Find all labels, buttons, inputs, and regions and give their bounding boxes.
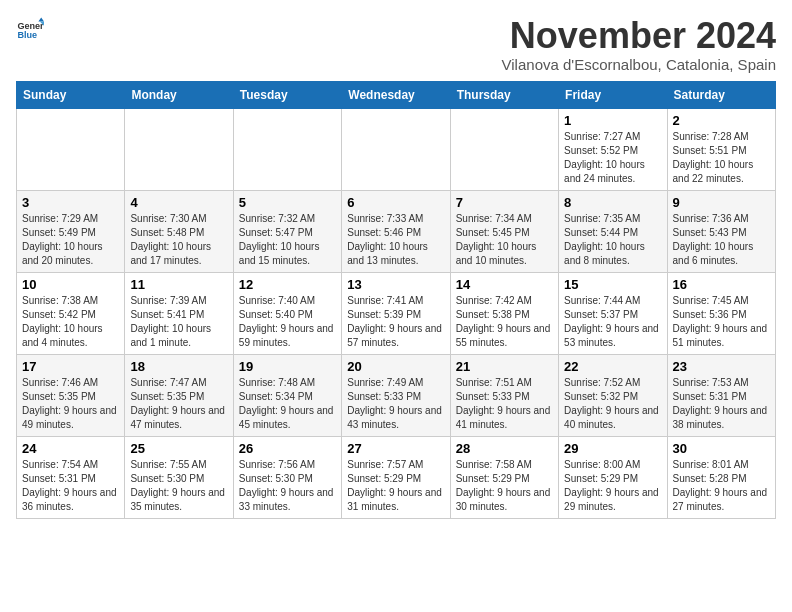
- calendar-cell: 16Sunrise: 7:45 AMSunset: 5:36 PMDayligh…: [667, 272, 775, 354]
- day-number: 28: [456, 441, 553, 456]
- day-number: 7: [456, 195, 553, 210]
- day-number: 11: [130, 277, 227, 292]
- calendar-cell: 21Sunrise: 7:51 AMSunset: 5:33 PMDayligh…: [450, 354, 558, 436]
- svg-marker-2: [38, 17, 44, 21]
- calendar-cell: 26Sunrise: 7:56 AMSunset: 5:30 PMDayligh…: [233, 436, 341, 518]
- day-number: 8: [564, 195, 661, 210]
- day-number: 15: [564, 277, 661, 292]
- calendar-cell: [233, 108, 341, 190]
- calendar-cell: 15Sunrise: 7:44 AMSunset: 5:37 PMDayligh…: [559, 272, 667, 354]
- day-number: 14: [456, 277, 553, 292]
- header-day-sunday: Sunday: [17, 81, 125, 108]
- day-number: 27: [347, 441, 444, 456]
- day-info: Sunrise: 7:45 AMSunset: 5:36 PMDaylight:…: [673, 294, 770, 350]
- day-number: 3: [22, 195, 119, 210]
- day-info: Sunrise: 7:29 AMSunset: 5:49 PMDaylight:…: [22, 212, 119, 268]
- calendar-cell: 7Sunrise: 7:34 AMSunset: 5:45 PMDaylight…: [450, 190, 558, 272]
- title-area: November 2024 Vilanova d'Escornalbou, Ca…: [502, 16, 776, 73]
- month-title: November 2024: [502, 16, 776, 56]
- day-number: 21: [456, 359, 553, 374]
- day-number: 30: [673, 441, 770, 456]
- calendar-week-0: 1Sunrise: 7:27 AMSunset: 5:52 PMDaylight…: [17, 108, 776, 190]
- calendar-cell: 3Sunrise: 7:29 AMSunset: 5:49 PMDaylight…: [17, 190, 125, 272]
- calendar-cell: 28Sunrise: 7:58 AMSunset: 5:29 PMDayligh…: [450, 436, 558, 518]
- calendar-cell: 17Sunrise: 7:46 AMSunset: 5:35 PMDayligh…: [17, 354, 125, 436]
- calendar-cell: 12Sunrise: 7:40 AMSunset: 5:40 PMDayligh…: [233, 272, 341, 354]
- svg-text:General: General: [17, 21, 44, 31]
- day-info: Sunrise: 7:52 AMSunset: 5:32 PMDaylight:…: [564, 376, 661, 432]
- day-info: Sunrise: 7:57 AMSunset: 5:29 PMDaylight:…: [347, 458, 444, 514]
- calendar-cell: 20Sunrise: 7:49 AMSunset: 5:33 PMDayligh…: [342, 354, 450, 436]
- day-number: 29: [564, 441, 661, 456]
- calendar-cell: 11Sunrise: 7:39 AMSunset: 5:41 PMDayligh…: [125, 272, 233, 354]
- calendar-cell: 13Sunrise: 7:41 AMSunset: 5:39 PMDayligh…: [342, 272, 450, 354]
- day-number: 13: [347, 277, 444, 292]
- day-info: Sunrise: 7:42 AMSunset: 5:38 PMDaylight:…: [456, 294, 553, 350]
- day-info: Sunrise: 7:47 AMSunset: 5:35 PMDaylight:…: [130, 376, 227, 432]
- calendar-table: SundayMondayTuesdayWednesdayThursdayFrid…: [16, 81, 776, 519]
- calendar-cell: 6Sunrise: 7:33 AMSunset: 5:46 PMDaylight…: [342, 190, 450, 272]
- header-day-saturday: Saturday: [667, 81, 775, 108]
- calendar-cell: 2Sunrise: 7:28 AMSunset: 5:51 PMDaylight…: [667, 108, 775, 190]
- calendar-cell: 4Sunrise: 7:30 AMSunset: 5:48 PMDaylight…: [125, 190, 233, 272]
- day-info: Sunrise: 7:54 AMSunset: 5:31 PMDaylight:…: [22, 458, 119, 514]
- calendar-cell: [17, 108, 125, 190]
- calendar-cell: 8Sunrise: 7:35 AMSunset: 5:44 PMDaylight…: [559, 190, 667, 272]
- day-info: Sunrise: 7:28 AMSunset: 5:51 PMDaylight:…: [673, 130, 770, 186]
- day-number: 18: [130, 359, 227, 374]
- location-title: Vilanova d'Escornalbou, Catalonia, Spain: [502, 56, 776, 73]
- day-number: 26: [239, 441, 336, 456]
- day-info: Sunrise: 8:00 AMSunset: 5:29 PMDaylight:…: [564, 458, 661, 514]
- day-number: 19: [239, 359, 336, 374]
- header-day-wednesday: Wednesday: [342, 81, 450, 108]
- calendar-cell: 1Sunrise: 7:27 AMSunset: 5:52 PMDaylight…: [559, 108, 667, 190]
- day-number: 25: [130, 441, 227, 456]
- day-number: 9: [673, 195, 770, 210]
- day-number: 20: [347, 359, 444, 374]
- calendar-cell: 5Sunrise: 7:32 AMSunset: 5:47 PMDaylight…: [233, 190, 341, 272]
- calendar-header-row: SundayMondayTuesdayWednesdayThursdayFrid…: [17, 81, 776, 108]
- day-number: 5: [239, 195, 336, 210]
- logo-icon: General Blue: [16, 16, 44, 44]
- day-info: Sunrise: 7:49 AMSunset: 5:33 PMDaylight:…: [347, 376, 444, 432]
- day-info: Sunrise: 7:34 AMSunset: 5:45 PMDaylight:…: [456, 212, 553, 268]
- day-number: 23: [673, 359, 770, 374]
- day-number: 12: [239, 277, 336, 292]
- day-number: 22: [564, 359, 661, 374]
- calendar-cell: 27Sunrise: 7:57 AMSunset: 5:29 PMDayligh…: [342, 436, 450, 518]
- day-info: Sunrise: 7:53 AMSunset: 5:31 PMDaylight:…: [673, 376, 770, 432]
- day-number: 10: [22, 277, 119, 292]
- day-number: 16: [673, 277, 770, 292]
- day-info: Sunrise: 7:40 AMSunset: 5:40 PMDaylight:…: [239, 294, 336, 350]
- day-number: 17: [22, 359, 119, 374]
- day-number: 6: [347, 195, 444, 210]
- header-day-friday: Friday: [559, 81, 667, 108]
- day-info: Sunrise: 7:27 AMSunset: 5:52 PMDaylight:…: [564, 130, 661, 186]
- day-info: Sunrise: 7:36 AMSunset: 5:43 PMDaylight:…: [673, 212, 770, 268]
- day-number: 4: [130, 195, 227, 210]
- day-info: Sunrise: 7:35 AMSunset: 5:44 PMDaylight:…: [564, 212, 661, 268]
- day-info: Sunrise: 7:56 AMSunset: 5:30 PMDaylight:…: [239, 458, 336, 514]
- calendar-cell: 30Sunrise: 8:01 AMSunset: 5:28 PMDayligh…: [667, 436, 775, 518]
- day-info: Sunrise: 7:32 AMSunset: 5:47 PMDaylight:…: [239, 212, 336, 268]
- calendar-cell: 25Sunrise: 7:55 AMSunset: 5:30 PMDayligh…: [125, 436, 233, 518]
- day-number: 24: [22, 441, 119, 456]
- day-info: Sunrise: 7:38 AMSunset: 5:42 PMDaylight:…: [22, 294, 119, 350]
- day-number: 2: [673, 113, 770, 128]
- day-number: 1: [564, 113, 661, 128]
- day-info: Sunrise: 7:58 AMSunset: 5:29 PMDaylight:…: [456, 458, 553, 514]
- day-info: Sunrise: 7:44 AMSunset: 5:37 PMDaylight:…: [564, 294, 661, 350]
- calendar-cell: 10Sunrise: 7:38 AMSunset: 5:42 PMDayligh…: [17, 272, 125, 354]
- calendar-cell: 24Sunrise: 7:54 AMSunset: 5:31 PMDayligh…: [17, 436, 125, 518]
- logo: General Blue: [16, 16, 44, 44]
- calendar-week-4: 24Sunrise: 7:54 AMSunset: 5:31 PMDayligh…: [17, 436, 776, 518]
- day-info: Sunrise: 7:39 AMSunset: 5:41 PMDaylight:…: [130, 294, 227, 350]
- calendar-cell: 14Sunrise: 7:42 AMSunset: 5:38 PMDayligh…: [450, 272, 558, 354]
- calendar-cell: 19Sunrise: 7:48 AMSunset: 5:34 PMDayligh…: [233, 354, 341, 436]
- calendar-cell: 22Sunrise: 7:52 AMSunset: 5:32 PMDayligh…: [559, 354, 667, 436]
- calendar-cell: [125, 108, 233, 190]
- calendar-cell: 9Sunrise: 7:36 AMSunset: 5:43 PMDaylight…: [667, 190, 775, 272]
- day-info: Sunrise: 7:30 AMSunset: 5:48 PMDaylight:…: [130, 212, 227, 268]
- day-info: Sunrise: 7:46 AMSunset: 5:35 PMDaylight:…: [22, 376, 119, 432]
- day-info: Sunrise: 7:41 AMSunset: 5:39 PMDaylight:…: [347, 294, 444, 350]
